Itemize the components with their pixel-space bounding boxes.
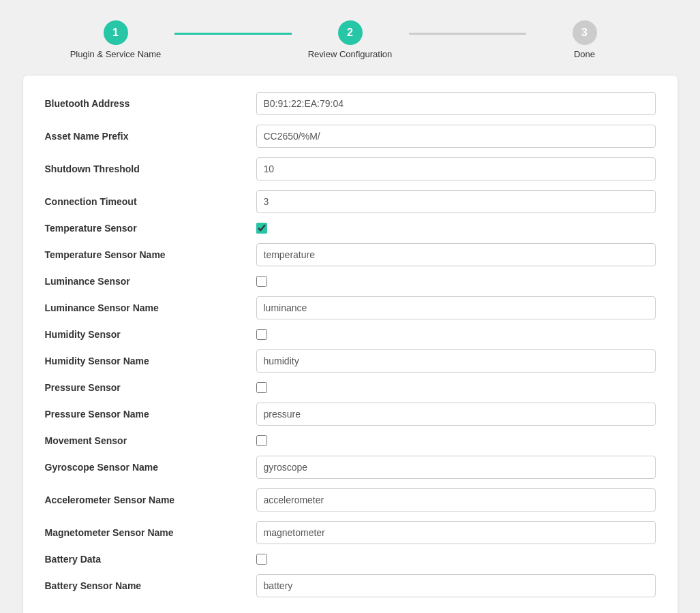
- checkbox-pressure-sensor[interactable]: [256, 382, 267, 393]
- label-gyroscope-sensor-name: Gyroscope Sensor Name: [45, 462, 256, 473]
- row-shutdown-threshold: Shutdown Threshold: [45, 157, 656, 180]
- row-movement-sensor: Movement Sensor: [45, 435, 656, 446]
- checkbox-movement-sensor[interactable]: [256, 435, 267, 446]
- label-connection-timeout: Connection Timeout: [45, 196, 256, 207]
- input-temperature-sensor-name[interactable]: [256, 243, 656, 266]
- row-humidity-sensor: Humidity Sensor: [45, 329, 656, 340]
- row-bluetooth-address: Bluetooth Address: [45, 92, 656, 115]
- checkbox-luminance-sensor[interactable]: [256, 276, 267, 287]
- label-battery-data: Battery Data: [45, 554, 256, 565]
- stepper: 1 Plugin & Service Name 2 Review Configu…: [57, 14, 643, 59]
- row-temperature-sensor-name: Temperature Sensor Name: [45, 243, 656, 266]
- label-asset-name-prefix: Asset Name Prefix: [45, 131, 256, 142]
- step-1: 1 Plugin & Service Name: [57, 20, 174, 59]
- label-pressure-sensor-name: Pressure Sensor Name: [45, 409, 256, 420]
- row-humidity-sensor-name: Humidity Sensor Name: [45, 349, 656, 373]
- label-accelerometer-sensor-name: Accelerometer Sensor Name: [45, 494, 256, 505]
- row-battery-data: Battery Data: [45, 554, 656, 565]
- row-accelerometer-sensor-name: Accelerometer Sensor Name: [45, 488, 656, 512]
- step-2-label: Review Configuration: [308, 49, 393, 59]
- label-temperature-sensor-name: Temperature Sensor Name: [45, 249, 256, 260]
- input-connection-timeout[interactable]: [256, 190, 656, 213]
- input-bluetooth-address[interactable]: [256, 92, 656, 115]
- row-magnetometer-sensor-name: Magnetometer Sensor Name: [45, 521, 656, 544]
- label-luminance-sensor: Luminance Sensor: [45, 276, 256, 287]
- input-humidity-sensor-name[interactable]: [256, 349, 656, 373]
- label-movement-sensor: Movement Sensor: [45, 435, 256, 446]
- step-2: 2 Review Configuration: [292, 20, 409, 59]
- step-1-number: 1: [112, 27, 119, 39]
- row-luminance-sensor: Luminance Sensor: [45, 276, 656, 287]
- connector-2: [409, 33, 526, 35]
- input-accelerometer-sensor-name[interactable]: [256, 488, 656, 512]
- label-humidity-sensor-name: Humidity Sensor Name: [45, 356, 256, 366]
- input-pressure-sensor-name[interactable]: [256, 403, 656, 426]
- input-gyroscope-sensor-name[interactable]: [256, 456, 656, 479]
- step-3-circle: 3: [573, 20, 597, 45]
- label-humidity-sensor: Humidity Sensor: [45, 329, 256, 340]
- input-luminance-sensor-name[interactable]: [256, 296, 656, 319]
- input-magnetometer-sensor-name[interactable]: [256, 521, 656, 544]
- step-2-circle: 2: [338, 20, 363, 45]
- step-3-label: Done: [574, 49, 595, 59]
- label-battery-sensor-name: Battery Sensor Name: [45, 580, 256, 591]
- row-asset-name-prefix: Asset Name Prefix: [45, 125, 656, 148]
- step-1-circle: 1: [104, 20, 128, 45]
- label-luminance-sensor-name: Luminance Sensor Name: [45, 302, 256, 313]
- row-temperature-sensor: Temperature Sensor: [45, 223, 656, 234]
- label-pressure-sensor: Pressure Sensor: [45, 382, 256, 393]
- row-pressure-sensor: Pressure Sensor: [45, 382, 656, 393]
- row-connection-timeout: Connection Timeout: [45, 190, 656, 213]
- step-3-number: 3: [581, 27, 588, 39]
- label-magnetometer-sensor-name: Magnetometer Sensor Name: [45, 527, 256, 538]
- row-battery-sensor-name: Battery Sensor Name: [45, 574, 656, 597]
- checkbox-temperature-sensor[interactable]: [256, 223, 267, 234]
- input-shutdown-threshold[interactable]: [256, 157, 656, 180]
- row-luminance-sensor-name: Luminance Sensor Name: [45, 296, 656, 319]
- checkbox-humidity-sensor[interactable]: [256, 329, 267, 340]
- checkbox-battery-data[interactable]: [256, 554, 267, 565]
- step-1-label: Plugin & Service Name: [70, 49, 162, 59]
- step-3: 3 Done: [526, 20, 643, 59]
- label-shutdown-threshold: Shutdown Threshold: [45, 163, 256, 174]
- form-card: Bluetooth Address Asset Name Prefix Shut…: [23, 76, 678, 613]
- row-pressure-sensor-name: Pressure Sensor Name: [45, 403, 656, 426]
- row-gyroscope-sensor-name: Gyroscope Sensor Name: [45, 456, 656, 479]
- input-battery-sensor-name[interactable]: [256, 574, 656, 597]
- connector-1: [174, 33, 292, 35]
- step-2-number: 2: [347, 27, 353, 39]
- input-asset-name-prefix[interactable]: [256, 125, 656, 148]
- label-temperature-sensor: Temperature Sensor: [45, 223, 256, 234]
- label-bluetooth-address: Bluetooth Address: [45, 98, 256, 109]
